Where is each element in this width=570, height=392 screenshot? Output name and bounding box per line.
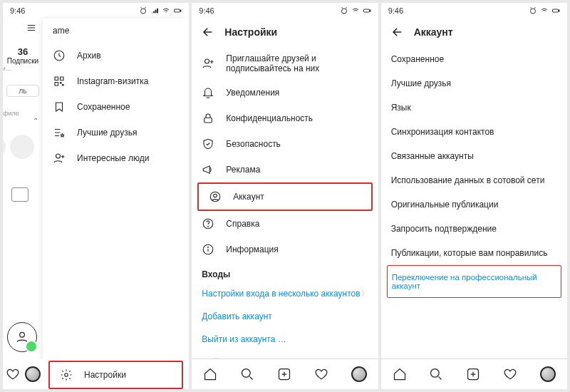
grid-tab-icon[interactable] [11, 187, 28, 202]
heart-icon[interactable] [503, 367, 517, 381]
account-item-contacts-sync[interactable]: Синхронизация контактов [381, 120, 567, 144]
settings-item-ads[interactable]: Реклама [192, 157, 378, 182]
heart-icon[interactable] [314, 367, 328, 381]
status-time: 9:46 [10, 6, 25, 15]
account-item-saved[interactable]: Сохраненное [381, 47, 567, 71]
bottom-nav-partial [3, 359, 43, 389]
page-title: Аккаунт [414, 26, 453, 38]
switch-professional-account[interactable]: Переключение на профессиональный аккаунт [388, 266, 561, 297]
signal-icon [150, 6, 159, 15]
back-button[interactable] [202, 26, 214, 38]
svg-rect-21 [552, 9, 558, 12]
svg-rect-22 [559, 10, 559, 11]
bottom-nav [381, 359, 567, 389]
settings-item-account[interactable]: Аккаунт [199, 184, 370, 210]
account-item-liked-posts[interactable]: Публикации, которые вам понравились [381, 241, 567, 265]
add-account[interactable]: Добавить аккаунт [192, 305, 378, 328]
profile-avatar[interactable] [7, 322, 37, 352]
menu-button[interactable] [20, 19, 43, 39]
status-icons [529, 6, 560, 15]
drawer-item-discover[interactable]: Интересные люди [43, 145, 189, 171]
bottom-nav [192, 359, 378, 389]
svg-point-7 [341, 9, 346, 14]
logout-one[interactable]: Выйти из аккаунта … [192, 328, 378, 351]
search-icon[interactable] [429, 367, 443, 381]
svg-point-5 [56, 154, 61, 158]
settings-item-notifications[interactable]: Уведомления [192, 80, 378, 105]
profile-drawer: ame Архив Instagram-визитка Сохраненное … [43, 19, 189, 389]
home-icon[interactable] [393, 367, 407, 381]
svg-rect-9 [370, 10, 370, 11]
bell-icon [202, 86, 214, 99]
verified-badge-icon [25, 340, 38, 353]
nav-profile-icon[interactable] [351, 366, 367, 382]
drawer-item-nametag[interactable]: Instagram-визитка [43, 68, 189, 94]
highlight-account: Аккаунт [197, 182, 372, 211]
profile-strip: 36 Подписки чи… ль рофиле ⌃ [3, 19, 43, 359]
alarm-icon [139, 6, 147, 15]
svg-point-6 [65, 373, 68, 377]
settings-item-help[interactable]: Справка [192, 211, 378, 237]
svg-rect-1 [175, 9, 180, 12]
screen-profile-drawer: 9:46 36 Подписки чи… ль рофиле ⌃ ame [3, 3, 189, 389]
megaphone-icon [202, 163, 214, 176]
highlight-switch-pro: Переключение на профессиональный аккаунт [387, 265, 561, 298]
subscriptions-stat[interactable]: 36 Подписки [3, 46, 43, 65]
logins-header: Входы [192, 262, 378, 282]
shield-icon [202, 138, 214, 150]
account-item-linked[interactable]: Связанные аккаунты [381, 144, 567, 168]
highlight-settings: Настройки [48, 361, 183, 389]
svg-rect-8 [363, 9, 369, 12]
add-post-icon[interactable] [466, 367, 480, 381]
header: Аккаунт [381, 19, 567, 47]
home-icon[interactable] [203, 367, 217, 381]
status-icons [340, 6, 371, 15]
settings-item-privacy[interactable]: Конфиденциальность [192, 105, 378, 131]
heart-icon[interactable] [6, 367, 20, 381]
svg-point-0 [141, 9, 146, 14]
page-title: Настройки [224, 26, 277, 38]
person-plus-icon [53, 152, 66, 165]
logout-all[interactable]: Выйти из всех аккаунтов [192, 351, 378, 359]
status-icons [139, 6, 182, 15]
drawer-username: ame [43, 19, 189, 43]
svg-point-13 [214, 194, 217, 197]
clock-icon [53, 49, 66, 62]
battery-icon [173, 6, 182, 15]
story-highlights [3, 135, 43, 159]
status-time: 9:46 [388, 6, 403, 15]
status-bar: 9:46 [3, 3, 189, 19]
help-icon [202, 217, 214, 230]
drawer-item-settings[interactable]: Настройки [50, 362, 182, 388]
status-time: 9:46 [199, 6, 214, 15]
settings-item-invite[interactable]: Приглашайте друзей и подписывайтесь на н… [192, 47, 378, 80]
list-star-icon [53, 126, 66, 139]
person-circle-icon [209, 190, 222, 203]
add-post-icon[interactable] [277, 367, 291, 381]
person-plus-icon [202, 57, 214, 70]
svg-point-3 [20, 332, 25, 337]
drawer-item-saved[interactable]: Сохраненное [43, 94, 189, 120]
account-item-cellular[interactable]: Использование данных в сотовой сети [381, 168, 567, 192]
settings-item-about[interactable]: Информация [192, 237, 378, 262]
edit-pill[interactable]: ль [6, 85, 39, 97]
multi-account-login[interactable]: Настройки входа в несколько аккаунтов〉 [192, 282, 378, 305]
nav-profile-icon[interactable] [540, 366, 556, 382]
screen-settings: 9:46 Настройки Приглашайте друзей и подп… [192, 3, 378, 389]
search-icon[interactable] [240, 367, 254, 381]
account-item-language[interactable]: Язык [381, 96, 567, 120]
screen-account: 9:46 Аккаунт Сохраненное Лучшие друзья Я… [381, 3, 567, 389]
account-item-close-friends[interactable]: Лучшие друзья [381, 71, 567, 96]
svg-point-20 [530, 9, 535, 14]
svg-point-15 [208, 226, 209, 227]
info-icon [202, 243, 214, 256]
drawer-item-archive[interactable]: Архив [43, 43, 189, 68]
back-button[interactable] [391, 26, 404, 38]
drawer-item-close-friends[interactable]: Лучшие друзья [43, 120, 189, 145]
chevron-right-icon: 〉 [361, 289, 368, 299]
account-item-original-posts[interactable]: Оригинальные публикации [381, 192, 567, 217]
account-item-verification[interactable]: Запросить подтверждение [381, 217, 567, 241]
svg-point-23 [431, 369, 440, 378]
settings-item-security[interactable]: Безопасность [192, 131, 378, 157]
nav-profile-icon[interactable] [25, 366, 41, 382]
